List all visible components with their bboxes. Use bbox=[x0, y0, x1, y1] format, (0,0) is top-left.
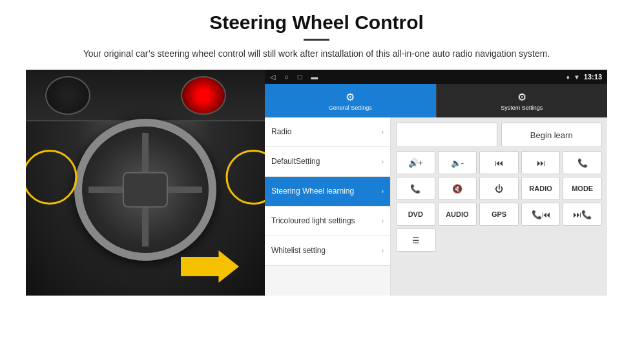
chevron-steering-icon: › bbox=[382, 188, 384, 195]
call-accept-button[interactable]: 📞 bbox=[396, 177, 435, 200]
home-icon: ○ bbox=[284, 73, 289, 81]
title-section: Steering Wheel Control Your original car… bbox=[26, 12, 607, 61]
menu-tricoloured-label: Tricoloured light settings bbox=[271, 216, 355, 225]
audio-text: AUDIO bbox=[446, 210, 468, 218]
phone-button[interactable]: 📞 bbox=[563, 151, 602, 174]
phone-next-icon: ⏭📞 bbox=[573, 210, 592, 219]
vol-up-button[interactable]: 🔊+ bbox=[396, 151, 435, 174]
menu-radio-label: Radio bbox=[271, 127, 291, 136]
menu-button[interactable]: ☰ bbox=[396, 228, 436, 252]
phone-next-button[interactable]: ⏭📞 bbox=[563, 203, 602, 226]
menu-item-steering[interactable]: Steering Wheel learning › bbox=[265, 177, 390, 207]
android-screen: ◁ ○ □ ▬ ♦ ▼ 13:13 ⚙ General Settings bbox=[265, 70, 607, 296]
phone-prev-icon: 📞⏮ bbox=[532, 210, 550, 219]
phone-prev-button[interactable]: 📞⏮ bbox=[521, 203, 561, 226]
gps-button[interactable]: GPS bbox=[479, 203, 519, 226]
highlight-circle-right bbox=[225, 150, 265, 205]
page-wrapper: Steering Wheel Control Your original car… bbox=[0, 0, 633, 302]
status-icons: ♦ ▼ 13:13 bbox=[566, 73, 602, 81]
chevron-radio-icon: › bbox=[382, 128, 384, 136]
power-button[interactable]: ⏻ bbox=[479, 177, 519, 200]
mute-icon: 🔇 bbox=[452, 184, 462, 194]
begin-learn-button[interactable]: Begin learn bbox=[501, 123, 603, 147]
recents-icon: □ bbox=[298, 73, 302, 81]
control-panel: Begin learn 🔊+ 🔉- ⏮ bbox=[391, 117, 607, 296]
content-area: ◁ ○ □ ▬ ♦ ▼ 13:13 ⚙ General Settings bbox=[26, 70, 607, 296]
menu-whitelist-label: Whitelist setting bbox=[271, 246, 326, 255]
gps-status-icon: ♦ bbox=[566, 74, 570, 81]
back-icon: ◁ bbox=[270, 73, 275, 81]
tab-system-label: System Settings bbox=[501, 105, 543, 111]
gauge-left bbox=[45, 76, 90, 115]
steering-wheel-outer bbox=[74, 119, 216, 261]
mode-button[interactable]: MODE bbox=[563, 177, 602, 200]
tab-system[interactable]: ⚙ System Settings bbox=[436, 84, 608, 117]
highlight-circle-left bbox=[26, 150, 78, 205]
menu-steering-label: Steering Wheel learning bbox=[271, 187, 354, 196]
next-button[interactable]: ⏭ bbox=[521, 151, 561, 174]
gauge-right bbox=[181, 76, 226, 115]
buttons-row-2: 📞 🔇 ⏻ RADIO MODE bbox=[396, 177, 602, 200]
steering-bg bbox=[26, 70, 265, 296]
buttons-row-3: DVD AUDIO GPS 📞⏮ ⏭📞 bbox=[396, 203, 602, 226]
buttons-row-1: 🔊+ 🔉- ⏮ ⏭ 📞 bbox=[396, 151, 602, 174]
general-settings-icon: ⚙ bbox=[346, 91, 355, 103]
mute-button[interactable]: 🔇 bbox=[438, 177, 477, 200]
screenshot-icon: ▬ bbox=[311, 73, 318, 81]
clock: 13:13 bbox=[584, 73, 602, 81]
tab-bar[interactable]: ⚙ General Settings ⚙ System Settings bbox=[265, 84, 607, 117]
menu-item-radio[interactable]: Radio › bbox=[265, 117, 390, 147]
power-icon: ⏻ bbox=[495, 184, 503, 194]
empty-input-box bbox=[396, 123, 497, 147]
vol-up-icon: 🔊+ bbox=[408, 158, 424, 168]
dvd-text: DVD bbox=[408, 210, 423, 218]
next-track-icon: ⏭ bbox=[537, 158, 545, 168]
chevron-whitelist-icon: › bbox=[382, 247, 384, 254]
menu-list-icon: ☰ bbox=[412, 236, 420, 245]
menu-default-label: DefaultSetting bbox=[271, 157, 320, 166]
radio-mode-button[interactable]: RADIO bbox=[521, 177, 561, 200]
arrow-wrapper bbox=[181, 250, 239, 283]
prev-button[interactable]: ⏮ bbox=[479, 151, 519, 174]
status-bar: ◁ ○ □ ▬ ♦ ▼ 13:13 bbox=[265, 70, 607, 84]
dashboard-top bbox=[26, 70, 265, 121]
phone-icon: 📞 bbox=[577, 158, 588, 168]
tab-general[interactable]: ⚙ General Settings bbox=[265, 84, 436, 117]
mode-text: MODE bbox=[572, 185, 593, 192]
prev-track-icon: ⏮ bbox=[495, 158, 503, 168]
chevron-default-icon: › bbox=[382, 158, 384, 165]
system-settings-icon: ⚙ bbox=[517, 91, 526, 103]
dvd-button[interactable]: DVD bbox=[396, 203, 435, 226]
buttons-row-4: ☰ bbox=[396, 228, 602, 252]
vol-down-icon: 🔉- bbox=[451, 158, 464, 168]
chevron-tricoloured-icon: › bbox=[382, 217, 384, 225]
tab-general-label: General Settings bbox=[329, 105, 372, 111]
nav-icons: ◁ ○ □ ▬ bbox=[270, 73, 318, 81]
top-row: Begin learn bbox=[396, 123, 602, 147]
settings-main: Radio › DefaultSetting › Steering Wheel … bbox=[265, 117, 607, 296]
call-accept-icon: 📞 bbox=[410, 184, 420, 194]
radio-text: RADIO bbox=[529, 185, 552, 192]
direction-arrow bbox=[181, 250, 239, 283]
audio-button[interactable]: AUDIO bbox=[438, 203, 477, 226]
menu-item-default[interactable]: DefaultSetting › bbox=[265, 147, 390, 177]
steering-wheel-image bbox=[26, 70, 265, 296]
subtitle: Your original car’s steering wheel contr… bbox=[74, 47, 559, 61]
vol-down-button[interactable]: 🔉- bbox=[438, 151, 477, 174]
settings-menu: Radio › DefaultSetting › Steering Wheel … bbox=[265, 117, 391, 296]
signal-icon: ▼ bbox=[574, 74, 580, 81]
gps-text: GPS bbox=[492, 210, 506, 218]
page-title: Steering Wheel Control bbox=[26, 12, 607, 34]
menu-item-tricoloured[interactable]: Tricoloured light settings › bbox=[265, 207, 390, 236]
steering-wheel-center bbox=[123, 172, 168, 208]
title-divider bbox=[304, 39, 329, 41]
menu-item-whitelist[interactable]: Whitelist setting › bbox=[265, 236, 390, 266]
